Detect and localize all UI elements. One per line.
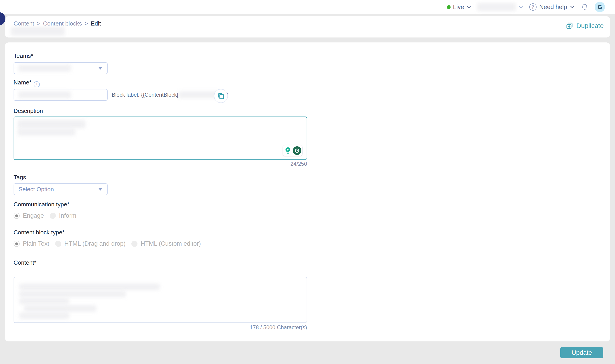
radio-inform[interactable]: Inform (50, 212, 76, 219)
name-value-redacted (18, 91, 71, 98)
duplicate-button[interactable]: Duplicate (565, 22, 604, 30)
content-char-count: 178 / 5000 Character(s) (250, 324, 307, 331)
top-bar: Live ? Need help (0, 0, 615, 14)
radio-circle-icon (50, 213, 56, 219)
radio-plain-text-label: Plain Text (23, 240, 49, 247)
breadcrumb: Content > Content blocks > Edit (14, 20, 101, 27)
live-status-label: Live (453, 4, 464, 11)
tags-select[interactable]: Select Option (14, 183, 108, 195)
organization-dropdown[interactable] (477, 3, 523, 11)
block-label-prefix: Block label: {{ContentBlock[ (112, 92, 178, 98)
radio-plain-text[interactable]: Plain Text (14, 240, 49, 247)
content-textarea[interactable] (14, 277, 307, 323)
name-label: Name*i (14, 79, 40, 87)
sidebar-toggle-fab[interactable] (0, 12, 5, 25)
content-text-redacted (19, 284, 160, 290)
caret-down-icon (98, 67, 103, 70)
chevron-down-icon (518, 4, 523, 10)
copy-icon (217, 92, 225, 100)
organization-value-redacted (477, 3, 516, 11)
breadcrumb-edit: Edit (91, 20, 101, 27)
radio-circle-icon (55, 241, 61, 247)
teams-value-redacted (18, 65, 71, 72)
user-avatar[interactable]: G (595, 2, 605, 12)
breadcrumb-separator: > (84, 20, 88, 27)
content-label: Content* (14, 259, 36, 266)
grammarly-logo-icon[interactable]: G (293, 146, 301, 155)
name-label-text: Name* (14, 79, 31, 86)
communication-type-radio-group: Engage Inform (14, 212, 76, 219)
content-block-type-radio-group: Plain Text HTML (Drag and drop) HTML (Cu… (14, 240, 201, 247)
description-textarea[interactable]: G (14, 117, 307, 160)
content-block-form-card: Teams* Name*i Block label: {{ContentBloc… (5, 42, 610, 341)
need-help-label: Need help (539, 4, 567, 11)
info-icon[interactable]: i (34, 81, 40, 87)
content-text-redacted (19, 298, 69, 304)
content-text-redacted (19, 291, 126, 297)
teams-select[interactable] (14, 62, 108, 74)
radio-engage-label: Engage (23, 212, 44, 219)
live-status-dot (447, 5, 451, 9)
grammarly-widget[interactable]: G (283, 145, 303, 156)
copy-block-label-button[interactable] (214, 89, 228, 103)
content-text-redacted (24, 305, 96, 312)
page-title-redacted (11, 27, 65, 36)
notifications-bell-icon[interactable] (581, 3, 589, 11)
breadcrumb-content[interactable]: Content (14, 20, 34, 27)
radio-inform-label: Inform (59, 212, 76, 219)
radio-html-custom-editor[interactable]: HTML (Custom editor) (131, 240, 201, 247)
update-button[interactable]: Update (560, 347, 603, 358)
name-input[interactable] (14, 89, 108, 101)
tags-label: Tags (14, 174, 26, 181)
breadcrumb-content-blocks[interactable]: Content blocks (43, 20, 82, 27)
communication-type-label: Communication type* (14, 201, 70, 208)
radio-circle-icon (14, 241, 20, 247)
description-text-redacted (18, 120, 85, 128)
content-text-redacted (19, 312, 69, 319)
chevron-down-icon (570, 4, 575, 10)
app-root: Live ? Need help (0, 0, 615, 364)
radio-engage[interactable]: Engage (14, 212, 44, 219)
radio-circle-icon (14, 213, 20, 219)
need-help-menu[interactable]: ? Need help (529, 3, 575, 11)
environment-dropdown[interactable]: Live (447, 4, 471, 11)
content-block-type-label: Content block type* (14, 229, 64, 236)
teams-label: Teams* (14, 52, 33, 59)
page-header-card: Content > Content blocks > Edit Duplicat… (5, 16, 610, 38)
block-label-row: Block label: {{ContentBlock[ ']}} (112, 89, 228, 101)
radio-html-drag-drop[interactable]: HTML (Drag and drop) (55, 240, 126, 247)
description-char-count: 24/250 (291, 161, 307, 167)
radio-circle-icon (131, 241, 138, 247)
tags-placeholder: Select Option (18, 186, 54, 193)
breadcrumb-separator: > (37, 20, 40, 27)
caret-down-icon (98, 188, 103, 191)
chevron-down-icon (466, 4, 471, 10)
description-label: Description (14, 107, 43, 115)
grammarly-suggestion-icon[interactable] (284, 146, 292, 155)
top-bar-right: Live ? Need help (447, 0, 605, 14)
radio-html-drag-drop-label: HTML (Drag and drop) (64, 240, 126, 247)
description-text-redacted (18, 129, 75, 135)
radio-html-custom-editor-label: HTML (Custom editor) (141, 240, 201, 247)
duplicate-label: Duplicate (576, 22, 604, 30)
question-circle-icon: ? (529, 3, 537, 11)
duplicate-icon (565, 22, 574, 30)
